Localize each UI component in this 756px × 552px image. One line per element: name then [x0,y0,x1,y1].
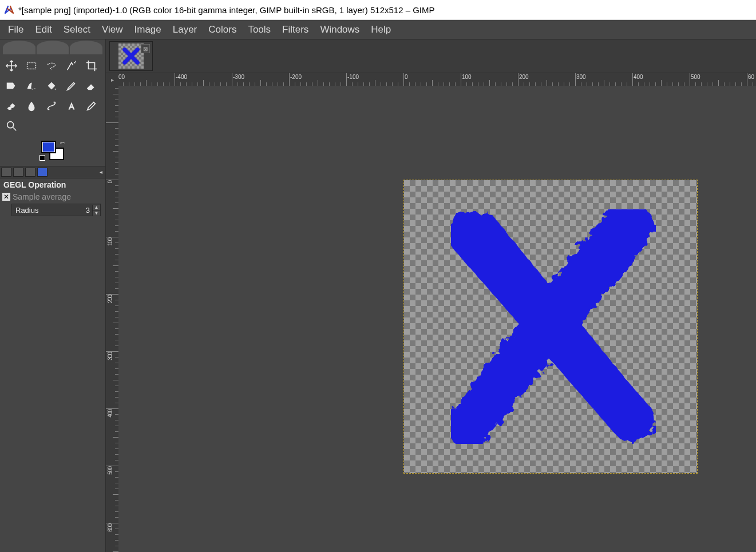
tool-grid [2,57,103,135]
horizontal-ruler[interactable]: 00-400-300-200-100010020030040050060 [118,73,756,86]
free-select-tool[interactable] [42,57,61,75]
sample-average-row[interactable]: ✕ Sample average [0,191,105,202]
window-title: *[sample png] (imported)-1.0 (RGB color … [18,5,435,15]
smudge-tool[interactable] [22,97,41,115]
tool-options-header: GEGL Operation [0,178,105,191]
image-tab-sample-png[interactable]: ⊠ [109,41,153,71]
menu-tools[interactable]: Tools [242,22,276,38]
canvas-viewport[interactable] [118,86,756,552]
radius-field[interactable]: Radius 3 ▲▼ [11,204,101,216]
toolbox: ⤺ [0,39,105,166]
paintbrush-tool[interactable] [62,77,81,95]
main-area: ⤺ ◂ GEGL Operation ✕ Sample average Radi… [0,39,756,552]
image-tab-close-icon[interactable]: ⊠ [141,44,150,53]
text-tool[interactable] [62,97,81,115]
rotate-tool[interactable] [2,77,21,95]
menu-windows[interactable]: Windows [314,22,365,38]
tool-options-tabs: ◂ [0,166,105,178]
thumbnail-artwork [122,47,140,65]
zoom-tool[interactable] [2,117,21,135]
paths-tool[interactable] [42,97,61,115]
image-artwork [433,209,668,444]
bucket-fill-tool[interactable] [42,77,61,95]
default-colors-icon[interactable] [39,155,45,161]
crop-tool[interactable] [82,57,101,75]
move-tool[interactable] [2,57,21,75]
menu-edit[interactable]: Edit [29,22,57,38]
menu-filters[interactable]: Filters [276,22,314,38]
image-tab-thumbnail [118,43,144,69]
tool-options-tab-3[interactable] [25,168,35,177]
canvas-area: ▸ 00-400-300-200-100010020030040050060 0… [106,73,756,552]
eraser-tool[interactable] [82,77,101,95]
transparency-checker [404,180,697,473]
sample-average-label: Sample average [13,192,71,201]
ruler-origin-corner[interactable]: ▸ [106,73,119,86]
clone-tool[interactable] [2,97,21,115]
menu-select[interactable]: Select [58,22,96,38]
radius-spinner[interactable]: ▲▼ [92,205,100,216]
color-swatches: ⤺ [41,141,64,160]
canvas-panel: ⊠ ▸ 00-400-300-200-100010020030040050060… [106,39,756,552]
gimp-app-icon [3,4,15,15]
rectangle-select-tool[interactable] [22,57,41,75]
menu-image[interactable]: Image [129,22,167,38]
sample-average-checkbox[interactable]: ✕ [2,193,10,201]
menu-help[interactable]: Help [365,22,397,38]
svg-point-1 [7,122,14,128]
image-tabs: ⊠ [106,39,756,73]
tool-options-tab-4[interactable] [37,168,48,177]
radius-value: 3 [84,206,92,215]
swap-colors-icon[interactable]: ⤺ [60,140,66,145]
menu-view[interactable]: View [96,22,129,38]
svg-rect-0 [27,63,36,69]
fuzzy-select-tool[interactable] [62,57,81,75]
tool-options-tab-2[interactable] [13,168,23,177]
menu-colors[interactable]: Colors [203,22,242,38]
menu-layer[interactable]: Layer [167,22,203,38]
titlebar: *[sample png] (imported)-1.0 (RGB color … [0,0,756,20]
tool-options-menu-icon[interactable]: ◂ [97,169,104,176]
left-panel: ⤺ ◂ GEGL Operation ✕ Sample average Radi… [0,39,106,552]
warp-tool[interactable] [22,77,41,95]
color-picker-tool[interactable] [82,97,101,115]
tool-options-tab-1[interactable] [1,168,11,177]
radius-label: Radius [12,206,84,215]
toolbox-header-decoration [2,41,103,54]
menubar: File Edit Select View Image Layer Colors… [0,20,756,39]
vertical-ruler[interactable]: 0100200300400500600 [106,86,119,552]
foreground-color-swatch[interactable] [41,141,56,153]
image-canvas[interactable] [403,180,698,474]
menu-file[interactable]: File [2,22,29,38]
